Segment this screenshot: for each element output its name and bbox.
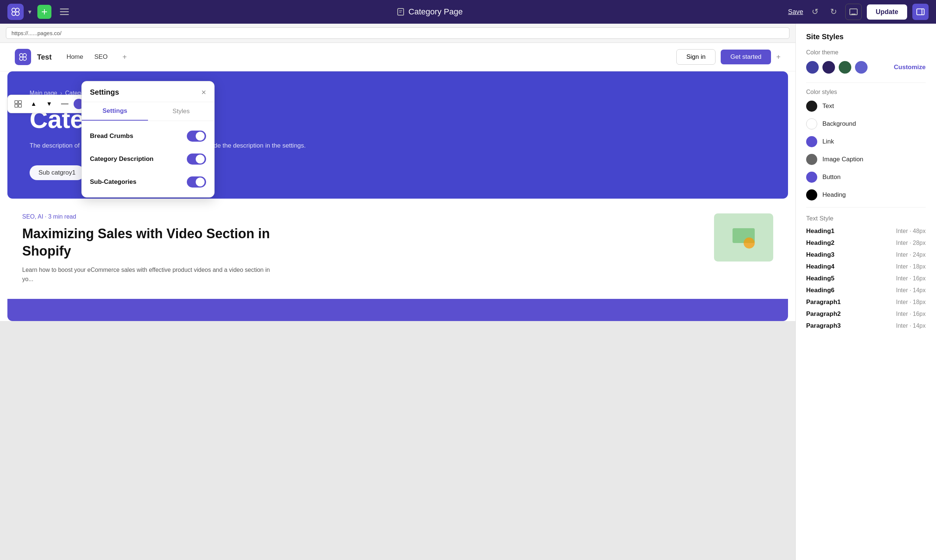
text-style-heading3: Heading3 Inter · 24px (806, 251, 926, 258)
save-button[interactable]: Save (788, 8, 803, 16)
text-style-name-h2: Heading2 (806, 239, 851, 247)
text-style-info-p2: Inter · 16px (896, 311, 926, 317)
panel-divider-2 (806, 207, 926, 208)
text-style-info-h1: Inter · 48px (896, 228, 926, 234)
svg-rect-22 (15, 104, 18, 107)
nav-link-home[interactable]: Home (66, 53, 83, 61)
page-nav-logo (15, 49, 31, 65)
settings-row-subcategories: Sub-Categories (82, 171, 214, 194)
color-style-dot-button[interactable] (806, 172, 817, 183)
color-style-background: Background (806, 118, 926, 129)
text-style-name-h5: Heading5 (806, 275, 851, 282)
color-dot-4[interactable] (855, 61, 868, 74)
page-brand: Test (37, 53, 52, 62)
color-dot-3[interactable] (839, 61, 851, 74)
text-style-name-p3: Paragraph3 (806, 322, 851, 329)
svg-point-17 (23, 54, 26, 57)
color-style-dot-heading[interactable] (806, 189, 817, 200)
svg-point-28 (744, 237, 755, 249)
svg-point-1 (15, 8, 19, 12)
panel-title: Site Styles (806, 32, 926, 41)
panel-divider-1 (806, 83, 926, 83)
top-bar: ▾ Category Page Save ↺ ↻ (0, 0, 936, 24)
color-dot-1[interactable] (806, 61, 819, 74)
address-bar[interactable]: https://......pages.co/ (6, 28, 790, 39)
color-styles-label: Color styles (806, 89, 926, 95)
logo-icon[interactable] (8, 4, 24, 20)
text-style-heading1: Heading1 Inter · 48px (806, 228, 926, 235)
nav-add-icon[interactable]: + (122, 53, 127, 62)
color-style-dot-background[interactable] (806, 118, 817, 129)
svg-rect-8 (60, 14, 69, 15)
article-title: Maximizing Sales with Video Section in S… (22, 225, 281, 260)
toggle-breadcrumbs[interactable] (187, 131, 206, 142)
svg-point-18 (20, 57, 23, 60)
nav-plus2-icon[interactable]: + (776, 53, 781, 62)
logo-chevron[interactable]: ▾ (28, 8, 31, 16)
add-button[interactable] (37, 5, 51, 19)
get-started-button[interactable]: Get started (721, 49, 771, 65)
main-layout: https://......pages.co/ Test Home SEO (0, 24, 936, 560)
svg-point-0 (12, 8, 15, 12)
color-style-text: Text (806, 101, 926, 112)
undo-button[interactable]: ↺ (808, 5, 822, 18)
color-style-image-caption: Image Caption (806, 154, 926, 165)
settings-tab-styles[interactable]: Styles (148, 102, 214, 121)
svg-rect-7 (60, 11, 69, 12)
text-style-name-h1: Heading1 (806, 228, 851, 235)
text-style-info-h5: Inter · 16px (896, 275, 926, 282)
article-thumbnail (714, 214, 773, 262)
nav-link-seo[interactable]: SEO (94, 53, 108, 61)
color-style-label-button: Button (822, 174, 841, 181)
text-style-info-h4: Inter · 18px (896, 263, 926, 270)
color-style-dot-text[interactable] (806, 101, 817, 112)
svg-rect-9 (398, 9, 403, 15)
color-style-label-text: Text (822, 103, 834, 110)
toolbar-divider-button[interactable] (58, 97, 71, 111)
subcategory-pill-1[interactable]: Sub catgroy1 (29, 165, 84, 180)
color-style-button: Button (806, 172, 926, 183)
customize-link[interactable]: Customize (894, 64, 926, 71)
color-theme-row: Customize (806, 61, 926, 74)
sidebar-toggle-button[interactable] (912, 4, 928, 20)
svg-rect-5 (42, 11, 47, 12)
color-style-dot-link[interactable] (806, 136, 817, 147)
text-style-name-p1: Paragraph1 (806, 298, 851, 306)
text-style-heading2: Heading2 Inter · 28px (806, 239, 926, 247)
bottom-promo-bar (8, 299, 788, 321)
settings-close-button[interactable]: × (201, 88, 206, 97)
svg-point-16 (20, 54, 23, 57)
sign-in-button[interactable]: Sign in (676, 49, 716, 65)
right-panel: Site Styles Color theme Customize Color … (796, 24, 936, 560)
toggle-subcategories[interactable] (187, 177, 206, 188)
text-style-info-h3: Inter · 24px (896, 252, 926, 258)
text-style-label: Text Style (806, 215, 926, 222)
text-style-paragraph3: Paragraph3 Inter · 14px (806, 322, 926, 329)
color-theme-dots (806, 61, 868, 74)
toolbar-layout-button[interactable] (11, 97, 25, 111)
toolbar-up-button[interactable]: ▲ (27, 97, 40, 111)
color-style-label-background: Background (822, 120, 856, 128)
toggle-category-desc[interactable] (187, 154, 206, 165)
text-style-info-h6: Inter · 14px (896, 287, 926, 294)
preview-button[interactable] (845, 4, 862, 20)
settings-row-breadcrumbs: Bread Crumbs (82, 125, 214, 148)
update-button[interactable]: Update (867, 5, 907, 20)
redo-button[interactable]: ↻ (827, 5, 840, 18)
toolbar-down-button[interactable]: ▼ (43, 97, 56, 111)
text-style-heading5: Heading5 Inter · 16px (806, 275, 926, 282)
canvas-area: https://......pages.co/ Test Home SEO (0, 24, 796, 560)
text-style-name-p2: Paragraph2 (806, 310, 851, 318)
text-style-info-h2: Inter · 28px (896, 240, 926, 246)
menu-button[interactable] (57, 5, 71, 19)
settings-tab-settings[interactable]: Settings (82, 102, 148, 121)
color-theme-label: Color theme (806, 49, 926, 56)
settings-row-category-desc: Category Description (82, 148, 214, 171)
page-nav: Test Home SEO + Sign in Get started + (0, 43, 796, 71)
article-description: Learn how to boost your eCommerce sales … (22, 265, 274, 284)
settings-popup-header: Settings × (82, 82, 214, 102)
color-dot-2[interactable] (822, 61, 835, 74)
settings-label-category-desc: Category Description (90, 155, 154, 163)
color-style-dot-image-caption[interactable] (806, 154, 817, 165)
text-style-heading4: Heading4 Inter · 18px (806, 263, 926, 271)
